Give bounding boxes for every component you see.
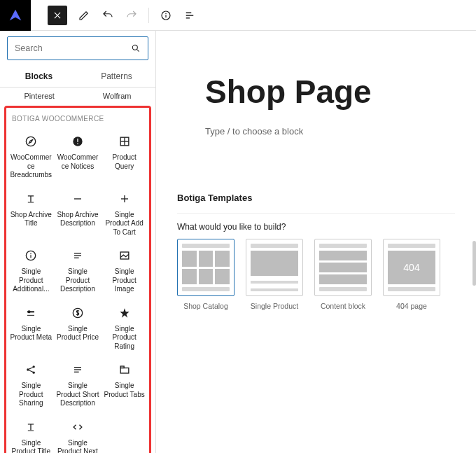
block-item[interactable]: Single Product Meta — [8, 298, 55, 356]
svg-rect-7 — [77, 139, 78, 142]
compass-icon — [23, 134, 38, 149]
search-field-wrapper[interactable] — [7, 36, 148, 60]
block-label: Shop Archive Description — [56, 211, 99, 228]
blocks-grid: WooCommerce BreadcrumbsWooCommerce Notic… — [8, 127, 148, 453]
template-thumb — [177, 239, 234, 296]
block-item[interactable]: Single Product Rating — [101, 298, 148, 356]
block-item[interactable]: WooCommerce Breadcrumbs — [8, 127, 55, 184]
block-item[interactable]: Single Product Short Description — [55, 355, 102, 412]
inserter-tabs: Blocks Patterns — [0, 66, 155, 88]
templates-row: Shop CatalogSingle ProductContent block4… — [177, 239, 455, 310]
block-label: WooCommerce Notices — [56, 153, 99, 171]
templates-panel: Botiga Templates What would you like to … — [177, 193, 455, 310]
svg-rect-35 — [120, 368, 129, 374]
image-icon — [117, 248, 132, 263]
block-item[interactable]: Single Product Sharing — [8, 355, 55, 412]
templates-heading: Botiga Templates — [177, 193, 455, 214]
template-thumb — [314, 239, 372, 296]
svg-rect-18 — [31, 255, 31, 258]
lines-icon — [70, 248, 85, 263]
block-item[interactable]: Product Query — [101, 127, 148, 184]
svg-point-17 — [30, 253, 31, 255]
search-input[interactable] — [15, 43, 131, 53]
editor-canvas: Shop Page Type / to choose a block Botig… — [156, 31, 476, 453]
block-label: Single Product Additional... — [9, 267, 52, 294]
block-label: Single Product Rating — [103, 325, 146, 351]
block-label: Single Product Tabs — [103, 382, 146, 399]
top-toolbar — [0, 0, 476, 31]
grid-icon — [117, 134, 132, 149]
plus-icon — [117, 191, 132, 207]
lines-icon — [70, 362, 85, 377]
template-card-single[interactable]: Single Product — [246, 239, 303, 310]
block-item[interactable]: WooCommerce Notices — [55, 127, 102, 184]
scrollbar-thumb[interactable] — [472, 241, 476, 286]
template-thumb — [246, 239, 303, 296]
category-title: BOTIGA WOOCOMMERCE — [8, 112, 148, 127]
block-item[interactable]: Single Product Description — [55, 241, 102, 298]
close-icon — [52, 11, 62, 20]
template-thumb: 404 — [383, 239, 440, 296]
redo-button[interactable] — [125, 8, 139, 22]
block-item[interactable]: Single Product Add To Cart — [101, 184, 148, 242]
undo-button[interactable] — [101, 8, 115, 22]
block-label: Single Product Price — [56, 325, 99, 342]
block-item[interactable]: Shop Archive Title — [8, 184, 55, 242]
block-item[interactable]: Shop Archive Description — [55, 184, 102, 242]
pencil-icon — [78, 9, 90, 22]
block-label: Single Product Description — [56, 267, 99, 294]
template-label: 404 page — [396, 302, 427, 310]
edit-button[interactable] — [77, 8, 91, 22]
template-card-404[interactable]: 404404 page — [383, 239, 440, 310]
redo-icon — [125, 9, 138, 22]
category-highlight: BOTIGA WOOCOMMERCE WooCommerce Breadcrum… — [4, 106, 151, 453]
template-label: Single Product — [251, 302, 298, 310]
page-title[interactable]: Shop Page — [205, 73, 455, 111]
template-card-content[interactable]: Content block — [314, 239, 372, 310]
app-logo[interactable] — [0, 0, 31, 31]
block-item[interactable]: Single Product Next & Prev... — [55, 412, 102, 454]
template-label: Shop Catalog — [183, 302, 228, 310]
block-item[interactable]: Single Product Tabs — [101, 355, 148, 412]
template-label: Content block — [321, 302, 365, 310]
search-icon — [131, 43, 141, 53]
star-icon — [117, 305, 132, 321]
block-placeholder[interactable]: Type / to choose a block — [205, 126, 455, 137]
svg-point-5 — [27, 137, 36, 146]
svg-line-31 — [29, 370, 33, 372]
block-inserter-sidebar: Blocks Patterns Pinterest Wolfram BOTIGA… — [0, 31, 156, 453]
block-label: Shop Archive Title — [9, 211, 52, 228]
svg-rect-2 — [165, 15, 166, 18]
circle-i-icon — [23, 248, 38, 263]
info-button[interactable] — [159, 8, 173, 22]
prev-cat-item[interactable]: Wolfram — [103, 92, 132, 100]
info-icon — [160, 9, 172, 22]
block-label: Single Product Sharing — [9, 382, 52, 408]
undo-icon — [102, 9, 114, 22]
block-item[interactable]: Single Product Title — [8, 412, 55, 454]
block-item[interactable]: Single Product Image — [101, 241, 148, 298]
tab-blocks[interactable]: Blocks — [0, 66, 78, 87]
template-card-catalog[interactable]: Shop Catalog — [177, 239, 234, 310]
prev-category-row: Pinterest Wolfram — [0, 88, 155, 103]
close-inserter-button[interactable] — [48, 6, 67, 25]
meta-icon — [23, 305, 38, 321]
alert-icon — [70, 134, 85, 149]
svg-point-1 — [165, 13, 167, 14]
svg-point-3 — [132, 45, 137, 50]
block-item[interactable]: Single Product Additional... — [8, 241, 55, 298]
share-icon — [23, 362, 38, 377]
title-t-icon — [23, 191, 38, 207]
list-icon — [183, 9, 196, 22]
document-outline-button[interactable] — [183, 8, 197, 22]
block-label: Single Product Title — [9, 439, 52, 454]
svg-point-24 — [28, 310, 31, 313]
block-label: Single Product Add To Cart — [103, 211, 146, 237]
prev-cat-item[interactable]: Pinterest — [24, 92, 54, 100]
block-label: Single Product Meta — [9, 325, 52, 342]
paper-plane-icon — [8, 8, 23, 23]
block-label: WooCommerce Breadcrumbs — [9, 153, 52, 180]
minus-icon — [70, 191, 85, 207]
tab-patterns[interactable]: Patterns — [78, 66, 155, 87]
block-item[interactable]: Single Product Price — [55, 298, 102, 356]
